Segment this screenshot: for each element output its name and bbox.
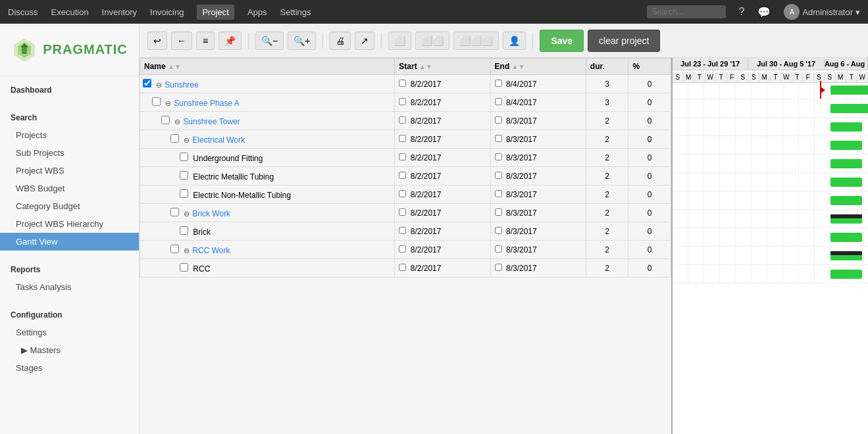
task-name-link[interactable]: Sunshree Phase A [174,99,239,108]
sidebar-section-search[interactable]: Search [0,109,139,126]
start-date-checkbox[interactable] [399,80,406,87]
today-arrow [821,87,825,93]
task-checkbox[interactable] [180,226,188,235]
nav-apps[interactable]: Apps [247,7,267,17]
task-name-link[interactable]: Sunshree [165,80,198,89]
clear-project-button[interactable]: clear project [588,30,660,52]
gantt-cell [720,155,736,173]
sidebar-item-masters[interactable]: ▶ Masters [0,341,139,359]
task-checkbox[interactable] [161,116,170,124]
start-date-checkbox[interactable] [399,264,406,271]
end-date-checkbox[interactable] [495,135,502,142]
start-date-checkbox[interactable] [399,227,406,234]
nav-invoicing[interactable]: Invoicing [150,7,184,17]
global-search-input[interactable] [647,5,726,18]
sidebar-item-project-wbs-hierarchy[interactable]: Project WBS Hierarchy [0,215,139,233]
expand-icon[interactable]: ⊖ [174,118,180,126]
nav-settings[interactable]: Settings [280,7,311,17]
start-date-checkbox[interactable] [399,172,406,179]
share-button[interactable]: ↗ [355,32,374,50]
user-menu[interactable]: A Administrator ▾ [784,4,860,20]
expand-icon[interactable]: ⊖ [156,81,162,89]
end-date-checkbox[interactable] [495,116,502,124]
pin-button[interactable]: 📌 [218,32,242,50]
sidebar-item-projects[interactable]: Projects [0,126,139,144]
nav-inventory[interactable]: Inventory [102,7,137,17]
start-date-checkbox[interactable] [399,208,406,216]
save-button[interactable]: Save [540,30,584,52]
gantt-cell [720,81,736,99]
toolbar-sep-4 [532,33,533,49]
task-checkbox[interactable] [180,171,188,180]
task-name-link[interactable]: Sunshree Tower [183,117,240,126]
undo-button[interactable]: ↩ [147,32,167,50]
end-date-checkbox[interactable] [495,153,502,160]
expand-icon[interactable]: ⊖ [184,136,190,144]
end-date-checkbox[interactable] [495,98,502,105]
nav-execution[interactable]: Execution [51,7,89,17]
task-checkbox[interactable] [180,153,188,161]
task-name-link[interactable]: RCC Work [192,246,230,255]
task-name-link[interactable]: Brick Work [192,209,230,218]
end-date-checkbox[interactable] [495,172,502,179]
nav-project[interactable]: Project [197,5,234,20]
zoom-out-button[interactable]: 🔍− [255,32,284,50]
start-date-checkbox[interactable] [399,98,406,105]
nav-discuss[interactable]: Discuss [8,7,38,17]
view-cols-1[interactable]: ⬜ [388,32,411,50]
start-date-checkbox[interactable] [399,190,406,197]
view-cols-2[interactable]: ⬜⬜ [415,32,449,50]
sidebar-section-dashboard[interactable]: Dashboard [0,82,139,99]
start-date-checkbox[interactable] [399,116,406,124]
task-checkbox[interactable] [180,263,188,272]
start-date-checkbox[interactable] [399,245,406,253]
gantt-bar [830,159,862,168]
task-checkbox[interactable] [170,134,179,143]
nav-help-icon[interactable]: ? [739,6,745,18]
gantt-day-label: W [781,72,792,82]
sidebar-item-gantt-view[interactable]: Gantt View [0,233,139,251]
start-date-checkbox[interactable] [399,135,406,142]
list-icon-button[interactable]: ≡ [196,32,215,50]
gantt-chart[interactable]: Jul 23 - Jul 29 '17Jul 30 - Aug 5 '17Aug… [673,58,868,434]
sidebar-item-settings[interactable]: Settings [0,324,139,341]
people-view-button[interactable]: 👤 [503,32,526,50]
gantt-cell [673,210,688,228]
task-checkbox[interactable] [143,79,151,87]
expand-icon[interactable]: ⊖ [184,210,190,218]
gantt-cell [799,136,815,155]
end-date-checkbox[interactable] [495,80,502,87]
gantt-cell [736,155,752,173]
sidebar-section-reports[interactable]: Reports [0,261,139,278]
end-date-checkbox[interactable] [495,190,502,197]
task-checkbox[interactable] [152,97,161,106]
end-date-checkbox[interactable] [495,208,502,216]
end-date-checkbox[interactable] [495,227,502,234]
gantt-cell [767,136,783,155]
end-date-checkbox[interactable] [495,264,502,271]
gantt-bar [830,178,862,187]
task-checkbox[interactable] [170,245,179,253]
end-date-checkbox[interactable] [495,245,502,253]
sidebar-item-wbs-budget[interactable]: WBS Budget [0,180,139,197]
expand-icon[interactable]: ⊖ [184,247,190,254]
cell-start: 8/2/2017 [395,112,490,130]
view-cols-3[interactable]: ⬜⬜⬜ [453,32,499,50]
sidebar-item-sub-projects[interactable]: Sub Projects [0,144,139,162]
sidebar-item-category-budget[interactable]: Category Budget [0,197,139,215]
print-button[interactable]: 🖨 [330,32,351,50]
gantt-week-label: Jul 23 - Jul 29 '17 [673,58,748,70]
task-checkbox[interactable] [170,208,179,216]
nav-chat-icon[interactable]: 💬 [757,6,771,18]
task-name-link[interactable]: Electrical Work [192,135,245,145]
back-button[interactable]: ← [171,32,192,50]
task-checkbox[interactable] [180,189,188,198]
sidebar-item-stages[interactable]: Stages [0,359,139,377]
sidebar-item-project-wbs[interactable]: Project WBS [0,162,139,180]
expand-icon[interactable]: ⊖ [165,99,171,107]
sidebar-item-tasks-analysis[interactable]: Tasks Analysis [0,278,139,296]
user-dropdown-icon[interactable]: ▾ [855,7,860,17]
start-date-checkbox[interactable] [399,153,406,160]
sidebar-section-configuration[interactable]: Configuration [0,306,139,324]
zoom-in-button[interactable]: 🔍+ [288,32,316,50]
